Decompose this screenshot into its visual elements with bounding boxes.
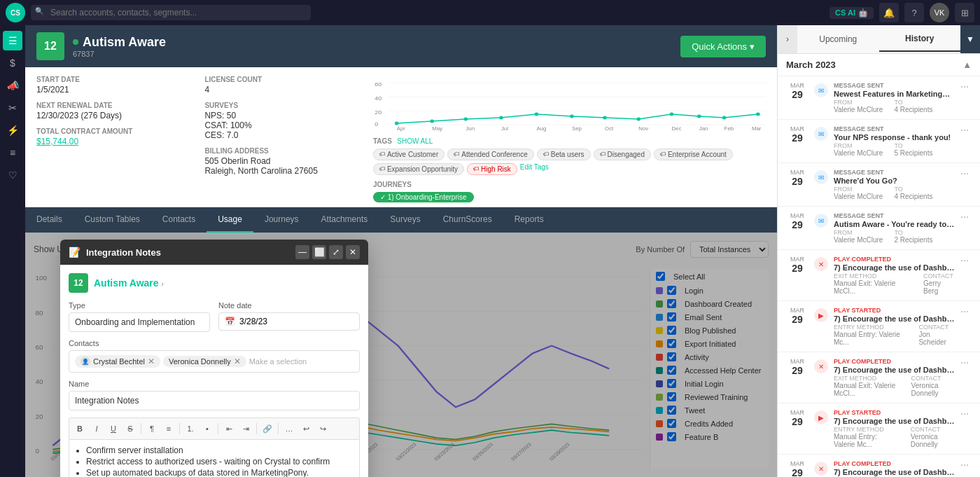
tag-expansion-opportunity[interactable]: Expansion Opportunity [373, 163, 464, 175]
svg-point-25 [570, 115, 574, 118]
svg-text:40: 40 [374, 95, 382, 101]
paragraph-button[interactable]: ¶ [144, 421, 160, 436]
activity-more-8[interactable]: ⋯ [960, 409, 972, 448]
italic-button[interactable]: I [89, 421, 104, 436]
sidebar-icon-dollar[interactable]: $ [3, 53, 22, 73]
activity-more-3[interactable]: ⋯ [960, 169, 972, 200]
modal-restore-button[interactable]: ⬜ [312, 245, 326, 259]
activity-day-2: 29 [786, 132, 808, 144]
tag-disengaged[interactable]: Disengaged [594, 148, 651, 160]
modal-title: Integration Notes [86, 247, 290, 258]
tag-high-risk[interactable]: High Risk [467, 163, 517, 175]
svg-point-23 [499, 116, 503, 120]
modal-fullscreen-button[interactable]: ⤢ [329, 245, 343, 259]
svg-text:Dec: Dec [671, 125, 681, 131]
tag-beta-users[interactable]: Beta users [537, 148, 591, 160]
svg-text:Oct: Oct [605, 125, 614, 131]
tag-enterprise-account[interactable]: Enterprise Account [654, 148, 733, 160]
bold-button[interactable]: B [72, 421, 88, 436]
sidebar-icon-plays[interactable]: ⚡ [3, 120, 22, 140]
remove-crystal-button[interactable]: ✕ [148, 357, 155, 366]
panel-filter-button[interactable]: ▼ [960, 25, 980, 53]
indent-button[interactable]: ⇥ [238, 421, 253, 436]
remove-veronica-button[interactable]: ✕ [234, 357, 241, 366]
activity-more-7[interactable]: ⋯ [960, 358, 972, 397]
tab-upcoming[interactable]: Upcoming [797, 27, 879, 51]
activity-more-2[interactable]: ⋯ [960, 125, 972, 157]
unordered-list-button[interactable]: • [200, 421, 215, 436]
activity-item-6: MAR 29 ▶ PLAY STARTED 7) Encourage the u… [778, 301, 980, 352]
tab-usage[interactable]: Usage [206, 207, 253, 233]
activity-icon-play-1: ✕ [814, 257, 828, 271]
modal-close-button[interactable]: ✕ [346, 245, 360, 259]
sidebar-icon-reports[interactable]: ≡ [3, 143, 22, 163]
tab-surveys[interactable]: Surveys [379, 207, 431, 233]
align-left-button[interactable]: ≡ [161, 421, 176, 436]
modal-account-name[interactable]: Autism Aware › [94, 277, 164, 289]
more-options-button[interactable]: … [281, 421, 297, 436]
activity-meta-8: ENTRY METHODManual Entry: Valerie Mc... … [834, 426, 955, 448]
outdent-button[interactable]: ⇤ [221, 421, 237, 436]
svg-point-29 [697, 115, 701, 118]
account-info: Autism Aware 67837 [73, 35, 672, 58]
tab-churnscores[interactable]: ChurnScores [432, 207, 503, 233]
activity-meta-3: FROMValerie McClure TO4 Recipients [834, 186, 955, 200]
tab-custom-tables[interactable]: Custom Tables [74, 207, 151, 233]
activity-title-7: 7) Encourage the use of Dashboards [834, 366, 955, 374]
journey-badge-onboarding[interactable]: ✓ 1) Onboarding-Enterprise [373, 192, 474, 202]
activity-content-3: MESSAGE SENT Where'd You Go? FROMValerie… [834, 169, 955, 200]
user-avatar[interactable]: VK [930, 3, 949, 22]
contacts-row: Contacts 👤 Crystal Bechtel ✕ Veronica Do… [69, 339, 360, 373]
sidebar-icon-segments[interactable]: ✂ [3, 98, 22, 118]
contacts-input[interactable]: 👤 Crystal Bechtel ✕ Veronica Donnelly ✕ … [69, 350, 360, 373]
panel-date-header: March 2023 ▲ [778, 54, 980, 76]
link-button[interactable]: 🔗 [260, 421, 275, 436]
tab-reports[interactable]: Reports [503, 207, 555, 233]
tab-contacts[interactable]: Contacts [151, 207, 206, 233]
activity-content-2: MESSAGE SENT Your NPS response - thank y… [834, 125, 955, 157]
redo-button[interactable]: ↪ [315, 421, 330, 436]
expand-button[interactable]: ⊞ [955, 3, 974, 22]
ordered-list-button[interactable]: 1. [183, 421, 198, 436]
show-all-button[interactable]: SHOW ALL [397, 137, 433, 145]
note-date-input[interactable] [239, 317, 354, 326]
activity-meta-6: ENTRY METHODManual Entry: Valerie Mc... … [834, 324, 955, 346]
type-select[interactable]: Onboarding and Implementation General No… [69, 312, 210, 332]
underline-button[interactable]: U [106, 421, 121, 436]
edit-tags-button[interactable]: Edit Tags [520, 163, 549, 175]
svg-text:0: 0 [374, 120, 378, 127]
help-button[interactable]: ? [904, 3, 924, 22]
activity-more-5[interactable]: ⋯ [960, 256, 972, 295]
panel-toggle-button[interactable]: › [778, 25, 797, 53]
modal-minimize-button[interactable]: — [295, 245, 309, 259]
activity-more-6[interactable]: ⋯ [960, 307, 972, 346]
editor-content[interactable]: Confirm server installation Restrict acc… [69, 439, 360, 477]
mini-chart: 60 40 20 0 Apr May Jun Jul [373, 76, 766, 132]
undo-button[interactable]: ↩ [298, 421, 314, 436]
quick-actions-button[interactable]: Quick Actions ▾ [680, 36, 766, 57]
activity-item-2: MAR 29 ✉ MESSAGE SENT Your NPS response … [778, 120, 980, 163]
strikethrough-button[interactable]: S [122, 421, 138, 436]
tab-journeys[interactable]: Journeys [253, 207, 310, 233]
sidebar-icon-broadcast[interactable]: 📣 [3, 76, 22, 95]
tab-attachments[interactable]: Attachments [310, 207, 379, 233]
account-badge: 12 [36, 32, 64, 60]
notifications-button[interactable]: 🔔 [879, 3, 899, 22]
name-input[interactable] [69, 391, 360, 410]
collapse-icon[interactable]: ▲ [962, 60, 972, 70]
activity-item-9: MAR 29 ✕ PLAY COMPLETED 7) Encourage the… [778, 455, 980, 477]
tab-details[interactable]: Details [25, 207, 74, 233]
tab-history[interactable]: History [879, 27, 961, 52]
activity-type-4: MESSAGE SENT [834, 212, 955, 219]
note-date-label: Note date [218, 301, 360, 310]
start-date-section: START DATE 1/5/2021 [36, 76, 193, 95]
activity-more-4[interactable]: ⋯ [960, 212, 972, 244]
activity-more-1[interactable]: ⋯ [960, 82, 972, 113]
search-input[interactable] [31, 5, 311, 20]
sidebar-icon-favorites[interactable]: ♡ [3, 165, 22, 185]
activity-more-9[interactable]: ⋯ [960, 460, 972, 477]
editor-divider-2 [179, 423, 180, 434]
tag-active-customer[interactable]: Active Customer [373, 148, 444, 160]
tag-attended-conference[interactable]: Attended Conference [447, 148, 534, 160]
sidebar-icon-menu[interactable]: ☰ [3, 31, 22, 50]
